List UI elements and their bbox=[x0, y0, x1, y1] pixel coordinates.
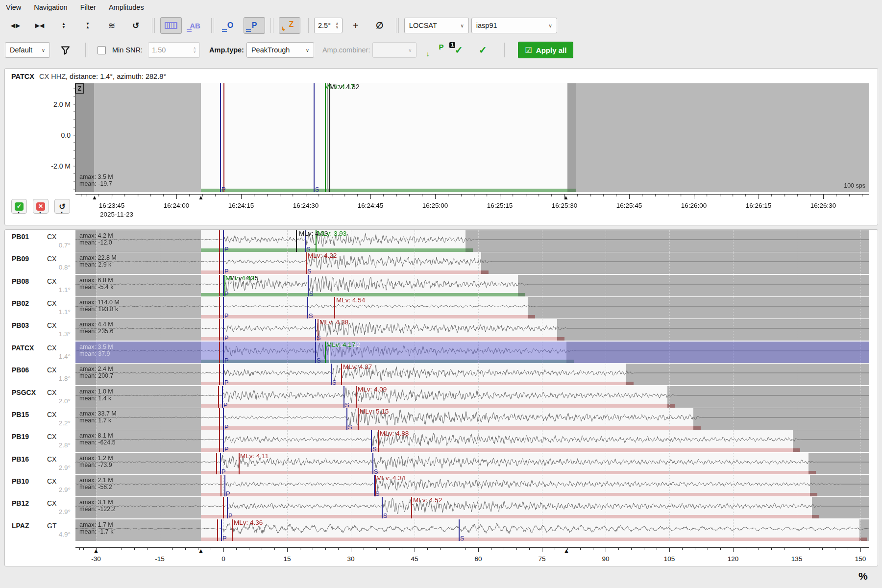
station-code: PB15 bbox=[12, 411, 29, 418]
station-row[interactable]: PB08CX1.1°PSMLv: 4.25MLv: 4.43amax: 6.8 … bbox=[5, 275, 878, 296]
station-row[interactable]: PB15CX2.2°PSMLv: 5.15amax: 33.7 M mean: … bbox=[5, 408, 878, 430]
menu-amplitudes[interactable]: Amplitudes bbox=[109, 3, 144, 11]
filter-button[interactable] bbox=[54, 42, 76, 58]
hide-traces-button[interactable]: ∅ bbox=[369, 17, 391, 34]
axis-tick-label: 75 bbox=[522, 555, 562, 563]
spin-arrows-icon[interactable]: ∧∨ bbox=[336, 22, 339, 29]
station-trace[interactable]: PSMLv: 4.38amax: 4.4 M mean: 235.6 bbox=[75, 319, 869, 341]
locator-select[interactable]: LOCSAT ∨ bbox=[404, 18, 469, 33]
station-trace[interactable]: PSMLv: 4.54amax: 114.0 M mean: 193.8 k bbox=[75, 297, 869, 318]
min-snr-spinbox[interactable]: 1.50 ∧∨ bbox=[148, 42, 200, 58]
expand-vertical-button[interactable]: ▲▼ bbox=[53, 17, 74, 34]
toolbar-amplitudes: Default ∨ Min SNR: 1.50 ∧∨ Amp.type: Pea… bbox=[0, 38, 882, 62]
apply-all-button[interactable]: ☑ Apply all bbox=[518, 42, 573, 58]
station-row[interactable]: PB19CX2.8°PSMLv: 4.88amax: 8.1 M mean: -… bbox=[5, 430, 878, 452]
station-trace[interactable]: PSMLv: 4.22amax: 22.8 M mean: 2.9 k bbox=[75, 252, 869, 274]
s-pick-label: S bbox=[306, 245, 311, 252]
pick-amplitudes-button[interactable]: P ↓ bbox=[424, 42, 445, 58]
origin-pick-button[interactable]: O bbox=[220, 17, 241, 34]
station-info: , distance: 1.4°, azimuth: 282.8° bbox=[66, 73, 166, 80]
min-snr-checkbox[interactable] bbox=[98, 46, 106, 54]
pick-line bbox=[223, 497, 224, 518]
waveform-canvas[interactable] bbox=[75, 275, 869, 296]
station-row[interactable]: PATCXCX1.4°PSMLv: 4.32MLv: 4.17amax: 3.5… bbox=[5, 342, 878, 363]
ab-labels-button[interactable]: AB bbox=[184, 17, 206, 34]
station-trace[interactable]: PSMLv: 4.36amax: 1.7 M mean: -1.7 k bbox=[75, 519, 869, 541]
normalize-button[interactable]: ▼▲ bbox=[77, 17, 98, 34]
station-row[interactable]: PB10CX2.9°PSMLv: 4.34amax: 2.1 M mean: -… bbox=[5, 475, 878, 496]
station-row[interactable]: PB02CX1.1°PSMLv: 4.54amax: 114.0 M mean:… bbox=[5, 297, 878, 318]
waveform-canvas[interactable] bbox=[75, 497, 869, 518]
station-row[interactable]: PB06CX1.8°PSMLv: 4.37amax: 2.4 M mean: 2… bbox=[5, 364, 878, 385]
axis-tick bbox=[797, 547, 797, 552]
station-distance: 0.8° bbox=[24, 264, 71, 271]
station-row[interactable]: PB12CX2.9°PSMLv: 4.52amax: 3.1 M mean: -… bbox=[5, 497, 878, 518]
waveform-canvas[interactable] bbox=[75, 297, 869, 318]
locator-value: LOCSAT bbox=[409, 22, 437, 29]
waveform-canvas[interactable] bbox=[75, 430, 869, 452]
station-trace[interactable]: PSMLv: 4.34amax: 2.1 M mean: -56.2 bbox=[75, 475, 869, 496]
waveform-canvas[interactable] bbox=[75, 252, 869, 274]
station-code: PB03 bbox=[12, 321, 29, 329]
check-icon: ✓ bbox=[455, 44, 463, 56]
ab-icon: AB bbox=[190, 22, 200, 30]
station-trace[interactable]: PSMLv: 4.09amax: 1.0 M mean: 1.4 k bbox=[75, 386, 869, 408]
zoom-trace-plot[interactable]: ZPSMLv: 4.17MLv: 4.32amax: 3.5 Mmean: -1… bbox=[75, 83, 869, 192]
station-row[interactable]: PB09CX0.8°PSMLv: 4.22amax: 22.8 M mean: … bbox=[5, 252, 878, 274]
menu-navigation[interactable]: Navigation bbox=[34, 3, 68, 11]
waveform-canvas[interactable] bbox=[75, 453, 869, 474]
station-trace[interactable]: PSMLv: 4.52amax: 3.1 M mean: -122.2 bbox=[75, 497, 869, 518]
count-badge: 1 bbox=[449, 42, 455, 48]
z-component-button[interactable]: Z ↳ bbox=[279, 17, 300, 34]
scale-grip-icon[interactable]: % bbox=[858, 570, 868, 582]
axis-tick bbox=[176, 194, 177, 199]
profile-select[interactable]: Default ∨ bbox=[5, 42, 50, 58]
waveform-canvas[interactable] bbox=[75, 475, 869, 496]
station-row[interactable]: PSGCXCX2.0°PSMLv: 4.09amax: 1.0 M mean: … bbox=[5, 386, 878, 408]
trace-title: PATCX CX HHZ, distance: 1.4°, azimuth: 2… bbox=[11, 73, 166, 80]
align-origin-button[interactable]: ▶◀ bbox=[29, 17, 50, 34]
add-station-button[interactable]: + bbox=[345, 17, 367, 34]
station-trace[interactable]: PSMLv: 4.03MLv: 3.93amax: 4.2 M mean: -1… bbox=[75, 230, 869, 252]
filter-toggle-button[interactable]: ≋ bbox=[101, 17, 122, 34]
amax-label: amax: 1.7 M mean: -1.7 k bbox=[79, 521, 113, 535]
p-pick-label: P bbox=[224, 379, 229, 385]
s-pick-label: S bbox=[307, 268, 312, 274]
accept-trace-button[interactable]: ✓ ▼ bbox=[11, 199, 27, 214]
confirm-button[interactable]: ✓ bbox=[472, 42, 493, 58]
station-trace[interactable]: PSMLv: 4.32MLv: 4.17amax: 3.5 M mean: 37… bbox=[75, 342, 869, 363]
menu-view[interactable]: View bbox=[6, 3, 21, 11]
waveform-canvas[interactable] bbox=[75, 319, 869, 341]
waveform-canvas[interactable] bbox=[75, 230, 869, 252]
waveform-canvas[interactable] bbox=[75, 519, 869, 541]
confirm-count-button[interactable]: ✓ 1 bbox=[448, 42, 469, 58]
amp-type-select[interactable]: PeakTrough ∨ bbox=[246, 42, 314, 58]
station-trace[interactable]: PSMLv: 4.11amax: 1.2 M mean: -73.9 bbox=[75, 453, 869, 474]
mlv-label: MLv: 4.38 bbox=[319, 319, 348, 326]
station-trace[interactable]: PSMLv: 4.25MLv: 4.43amax: 6.8 M mean: -5… bbox=[75, 275, 869, 296]
waveform-canvas[interactable] bbox=[75, 408, 869, 430]
fit-horizontal-button[interactable]: ◀▶ bbox=[5, 17, 26, 34]
station-row[interactable]: PB01CX0.7°PSMLv: 4.03MLv: 3.93amax: 4.2 … bbox=[5, 230, 878, 252]
station-trace[interactable]: PSMLv: 4.88amax: 8.1 M mean: -624.5 bbox=[75, 430, 869, 452]
waveform-canvas[interactable] bbox=[75, 364, 869, 385]
p-pick-label: P bbox=[228, 512, 233, 518]
distance-spinbox[interactable]: 2.5° ∧∨ bbox=[314, 18, 343, 33]
station-trace[interactable]: PSMLv: 4.37amax: 2.4 M mean: 200.7 bbox=[75, 364, 869, 385]
p-pick-button[interactable]: P bbox=[244, 17, 265, 34]
menu-filter[interactable]: Filter bbox=[80, 3, 96, 11]
pick-line bbox=[307, 297, 308, 318]
velocity-model-select[interactable]: iasp91 ∨ bbox=[471, 18, 557, 33]
station-row[interactable]: LPAZGT4.9°PSMLv: 4.36amax: 1.7 M mean: -… bbox=[5, 519, 878, 541]
revert-trace-button[interactable]: ↺ ▼ bbox=[54, 199, 70, 214]
station-row[interactable]: PB03CX1.3°PSMLv: 4.38amax: 4.4 M mean: 2… bbox=[5, 319, 878, 341]
station-trace[interactable]: PSMLv: 5.15amax: 33.7 M mean: 1.7 k bbox=[75, 408, 869, 430]
pick-line bbox=[223, 297, 224, 318]
reject-trace-button[interactable]: ✕ ▼ bbox=[33, 199, 49, 214]
station-code: PB10 bbox=[12, 477, 29, 485]
waveform-canvas[interactable] bbox=[75, 386, 869, 408]
station-row[interactable]: PB16CX2.9°PSMLv: 4.11amax: 1.2 M mean: -… bbox=[5, 453, 878, 474]
pick-line bbox=[325, 342, 326, 363]
ruler-button[interactable] bbox=[160, 17, 182, 34]
restore-button[interactable]: ↺ bbox=[125, 17, 147, 34]
